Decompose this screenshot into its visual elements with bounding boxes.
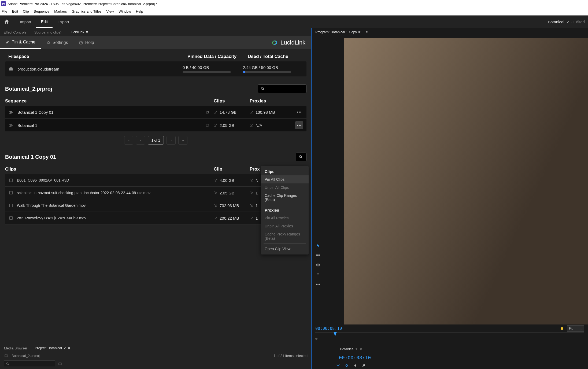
svg-rect-8 <box>9 124 12 125</box>
unpin-icon[interactable] <box>250 123 253 127</box>
more-button[interactable] <box>295 108 303 116</box>
menu-view[interactable]: View <box>106 9 114 13</box>
unpin-icon[interactable] <box>214 110 217 114</box>
timecode-row: 00:00:08:10 Fit ⌄ <box>312 324 588 333</box>
unpin-icon[interactable] <box>250 204 253 207</box>
page-next-button[interactable]: › <box>167 136 176 145</box>
tab-lucidlink[interactable]: LucidLink ≡ <box>69 30 88 34</box>
tab-source[interactable]: Source: (no clips) <box>34 30 61 34</box>
unpin-icon[interactable] <box>250 110 253 114</box>
unpin-icon[interactable] <box>214 123 217 127</box>
project-breadcrumb[interactable]: Botanical_2.prproj <box>12 354 40 358</box>
ripple-tool[interactable] <box>314 262 322 268</box>
unpin-icon[interactable] <box>214 204 217 207</box>
hamburger-icon[interactable]: ≡ <box>365 30 368 34</box>
bin-icon[interactable] <box>4 354 8 357</box>
razor-tool[interactable] <box>314 271 322 278</box>
slip-tool[interactable] <box>314 281 322 287</box>
menu-window[interactable]: Window <box>119 9 131 13</box>
tab-program-monitor[interactable]: Program: Botanical 1 Copy 01 <box>315 30 362 34</box>
page-first-button[interactable]: « <box>124 136 133 145</box>
unpin-icon[interactable] <box>214 178 217 182</box>
marker-icon[interactable] <box>353 364 357 367</box>
ctx-pin-all-proxies[interactable]: Pin All Proxies <box>261 214 309 222</box>
snap-icon[interactable] <box>336 364 340 367</box>
in-point-marker[interactable] <box>315 338 317 340</box>
tab-help-label: Help <box>85 40 94 45</box>
program-monitor-canvas[interactable] <box>344 38 588 324</box>
ctx-unpin-all-proxies[interactable]: Unpin All Proxies <box>261 222 309 230</box>
sequence-row[interactable]: Botanical 1 2.05 GB N/A <box>5 119 306 131</box>
hamburger-icon[interactable]: ≡ <box>68 346 70 350</box>
ctx-open-clip-view[interactable]: Open Clip View <box>261 245 309 253</box>
ctx-cache-proxy-ranges[interactable]: Cache Proxy Ranges (Beta) <box>261 230 309 242</box>
ctx-cache-clip-ranges[interactable]: Cache Clip Ranges (Beta) <box>261 191 309 204</box>
tab-export[interactable]: Export <box>53 16 74 28</box>
timecode[interactable]: 00:00:08:10 <box>315 326 342 331</box>
project-name[interactable]: Botanical_2 <box>548 20 569 24</box>
unpin-icon[interactable] <box>250 178 253 182</box>
window-title-bar: Pr Adobe Premiere Pro 2024 - L:\05 Las V… <box>0 0 588 8</box>
menu-help[interactable]: Help <box>136 9 143 13</box>
lucidlink-logo: LucidLink <box>265 36 311 49</box>
timeline-sequence-tab[interactable]: Botanical 1 <box>340 347 357 351</box>
tab-import[interactable]: Import <box>15 16 36 28</box>
svg-rect-10 <box>9 126 12 127</box>
stats-header: Filespace Pinned Data / Capacity Used / … <box>0 49 311 61</box>
dropped-frame-indicator <box>561 327 563 330</box>
tab-settings[interactable]: Settings <box>41 36 73 49</box>
linked-selection-icon[interactable] <box>345 364 349 367</box>
filespace-header: Filespace <box>8 54 187 59</box>
unpin-icon[interactable] <box>214 191 217 195</box>
open-external-icon[interactable] <box>205 123 209 127</box>
zoom-fit-dropdown[interactable]: Fit ⌄ <box>567 325 584 332</box>
film-icon <box>9 203 13 208</box>
new-bin-icon[interactable] <box>58 362 62 366</box>
track-tool[interactable] <box>314 252 322 259</box>
svg-rect-4 <box>9 113 12 113</box>
left-pane: Effect Controls Source: (no clips) Lucid… <box>0 28 312 369</box>
open-external-icon[interactable] <box>205 110 209 114</box>
sequence-row[interactable]: Botanical 1 Copy 01 14.78 GB 130.98 MB <box>5 106 306 118</box>
home-icon[interactable] <box>3 18 10 25</box>
menu-markers[interactable]: Markers <box>54 9 67 13</box>
menu-edit[interactable]: Edit <box>12 9 18 13</box>
svg-rect-3 <box>10 112 13 112</box>
page-prev-button[interactable]: ‹ <box>136 136 145 145</box>
clips-search[interactable] <box>296 153 306 161</box>
project-title-row: Botanical_2.prproj <box>0 76 311 96</box>
page-last-button[interactable]: » <box>178 136 187 145</box>
timeline-timecode[interactable]: 00:00:08:10 <box>339 355 371 360</box>
unpin-icon[interactable] <box>250 216 253 220</box>
col-clip-size: Clip <box>214 167 250 172</box>
menu-clip[interactable]: Clip <box>23 9 29 13</box>
selection-tool[interactable] <box>314 242 322 249</box>
tab-help[interactable]: Help <box>73 36 99 49</box>
svg-point-1 <box>261 87 264 90</box>
tab-media-browser[interactable]: Media Browser <box>4 346 27 350</box>
menu-file[interactable]: File <box>2 9 7 13</box>
tab-project[interactable]: Project: Botanical_2 ≡ <box>35 346 70 350</box>
hamburger-icon[interactable]: ≡ <box>86 30 88 34</box>
tab-pin-cache[interactable]: Pin & Cache <box>0 36 41 49</box>
wrench-icon[interactable] <box>362 364 366 367</box>
tab-effect-controls[interactable]: Effect Controls <box>3 30 26 34</box>
svg-rect-25 <box>10 217 10 220</box>
unpin-icon[interactable] <box>214 216 217 220</box>
menu-sequence[interactable]: Sequence <box>34 9 50 13</box>
program-monitor-tabs: Program: Botanical 1 Copy 01 ≡ <box>312 28 588 36</box>
close-icon[interactable]: × <box>360 347 362 351</box>
ctx-unpin-all-clips[interactable]: Unpin All Clips <box>261 183 309 191</box>
tab-edit[interactable]: Edit <box>36 16 53 28</box>
col-sequence: Sequence <box>5 98 214 104</box>
ctx-pin-all-clips[interactable]: Pin All Clips <box>261 175 309 183</box>
unpin-icon[interactable] <box>250 191 253 195</box>
sequence-icon <box>9 123 14 128</box>
sequence-name: Botanical 1 <box>17 123 37 128</box>
sequence-search[interactable] <box>258 84 306 93</box>
more-button[interactable] <box>295 121 303 129</box>
menu-graphics[interactable]: Graphics and Titles <box>72 9 101 13</box>
project-search[interactable] <box>4 360 55 367</box>
program-ruler[interactable] <box>315 333 584 340</box>
playhead[interactable] <box>334 332 337 336</box>
